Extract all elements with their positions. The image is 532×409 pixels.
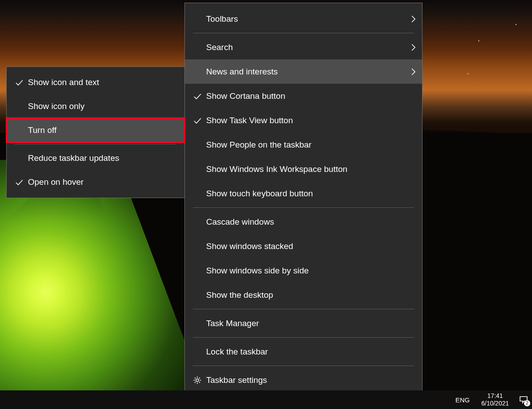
menu-item-show-the-desktop[interactable]: Show the desktop — [185, 283, 422, 307]
menu-item-show-task-view-button[interactable]: Show Task View button — [185, 108, 422, 132]
menu-item-news-and-interests[interactable]: News and interests — [185, 59, 422, 84]
clock-time: 17:41 — [481, 392, 509, 400]
menu-item-label: News and interests — [206, 67, 411, 77]
notification-badge: 2 — [524, 400, 530, 406]
menu-separator — [15, 144, 176, 144]
menu-item-label: Lock the taskbar — [206, 347, 416, 357]
menu-item-show-ink-workspace[interactable]: Show Windows Ink Workspace button — [185, 157, 422, 181]
news-and-interests-submenu: Show icon and text Show icon only Turn o… — [6, 66, 185, 198]
check-icon — [188, 92, 206, 101]
chevron-right-icon — [411, 67, 416, 76]
clock[interactable]: 17:41 6/10/2021 — [479, 392, 512, 407]
menu-item-show-cortana-button[interactable]: Show Cortana button — [185, 84, 422, 108]
chevron-right-icon — [411, 15, 416, 23]
menu-item-label: Show the desktop — [206, 290, 416, 300]
menu-item-show-windows-side-by-side[interactable]: Show windows side by side — [185, 258, 422, 283]
clock-date: 6/10/2021 — [481, 400, 509, 407]
menu-item-label: Toolbars — [206, 14, 411, 24]
menu-item-show-people[interactable]: Show People on the taskbar — [185, 132, 422, 157]
menu-item-label: Show Task View button — [206, 116, 416, 125]
menu-item-label: Show Cortana button — [206, 91, 416, 101]
system-tray: ENG 17:41 6/10/2021 2 — [453, 392, 529, 407]
submenu-item-open-on-hover[interactable]: Open on hover — [7, 170, 184, 194]
action-center-icon[interactable]: 2 — [518, 394, 529, 405]
menu-item-label: Show windows side by side — [206, 266, 416, 276]
submenu-item-label: Reduce taskbar updates — [28, 153, 178, 163]
menu-item-label: Show People on the taskbar — [206, 140, 416, 150]
menu-item-label: Show touch keyboard button — [206, 189, 416, 199]
check-icon — [10, 178, 28, 187]
submenu-item-label: Show icon only — [28, 101, 178, 111]
menu-item-task-manager[interactable]: Task Manager — [185, 311, 422, 335]
submenu-item-label: Turn off — [28, 125, 178, 135]
submenu-item-reduce-updates[interactable]: Reduce taskbar updates — [7, 146, 184, 170]
menu-item-taskbar-settings[interactable]: Taskbar settings — [185, 368, 422, 392]
taskbar[interactable]: ENG 17:41 6/10/2021 2 — [0, 390, 532, 409]
submenu-item-show-icon-and-text[interactable]: Show icon and text — [7, 70, 184, 94]
menu-item-label: Show Windows Ink Workspace button — [206, 164, 416, 174]
menu-separator — [193, 337, 414, 338]
menu-item-label: Show windows stacked — [206, 242, 416, 251]
submenu-item-label: Show icon and text — [28, 78, 178, 87]
taskbar-context-menu: Toolbars Search News and interests Show … — [184, 3, 422, 396]
gear-icon — [188, 376, 206, 385]
menu-item-show-windows-stacked[interactable]: Show windows stacked — [185, 234, 422, 258]
check-icon — [188, 116, 206, 125]
menu-item-lock-the-taskbar[interactable]: Lock the taskbar — [185, 339, 422, 364]
menu-separator — [193, 207, 414, 208]
menu-separator — [193, 309, 414, 309]
menu-item-label: Cascade windows — [206, 217, 416, 227]
menu-item-label: Taskbar settings — [206, 375, 416, 385]
menu-item-toolbars[interactable]: Toolbars — [185, 7, 422, 31]
check-icon — [10, 78, 28, 87]
menu-item-label: Search — [206, 43, 411, 52]
menu-separator — [193, 366, 414, 366]
svg-point-0 — [196, 379, 199, 382]
menu-separator — [193, 33, 414, 33]
submenu-item-turn-off[interactable]: Turn off — [7, 118, 184, 142]
menu-item-show-touch-keyboard[interactable]: Show touch keyboard button — [185, 181, 422, 206]
menu-item-label: Task Manager — [206, 319, 416, 328]
menu-item-cascade-windows[interactable]: Cascade windows — [185, 210, 422, 234]
language-indicator[interactable]: ENG — [453, 396, 473, 404]
submenu-item-show-icon-only[interactable]: Show icon only — [7, 94, 184, 118]
chevron-right-icon — [411, 43, 416, 52]
submenu-item-label: Open on hover — [28, 177, 178, 187]
menu-item-search[interactable]: Search — [185, 35, 422, 59]
